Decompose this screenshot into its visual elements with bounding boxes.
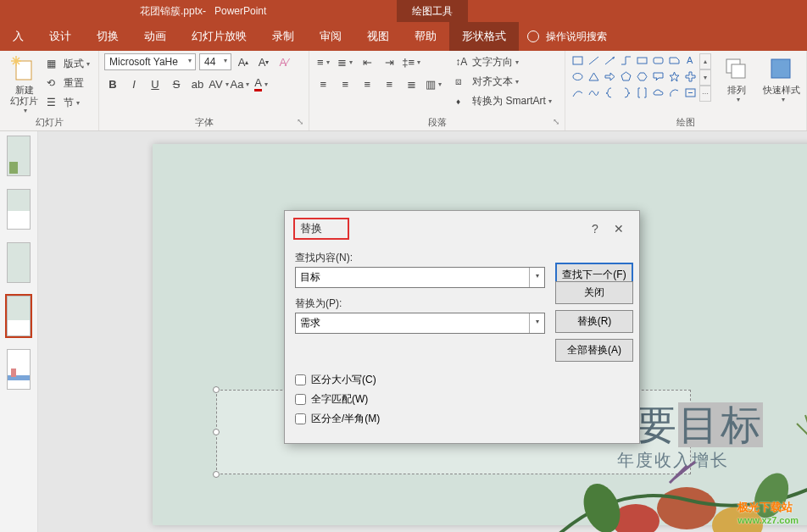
increase-font-icon[interactable]: A▴: [235, 53, 252, 70]
bullets-button[interactable]: ≡▾: [314, 53, 331, 70]
layout-icon: ▦: [47, 58, 60, 71]
increase-indent-button[interactable]: ⇥: [381, 53, 398, 70]
shape-cloud-icon[interactable]: [651, 86, 665, 100]
dialog-help-button[interactable]: ?: [583, 222, 607, 236]
tab-transitions[interactable]: 切换: [84, 22, 131, 51]
tab-design[interactable]: 设计: [36, 22, 84, 51]
align-text-button[interactable]: ⧇对齐文本▾: [452, 73, 555, 91]
shape-right-arrow-icon[interactable]: [603, 69, 617, 84]
font-dialog-launcher[interactable]: ⤡: [294, 116, 306, 128]
tab-help[interactable]: 帮助: [402, 22, 449, 51]
tab-view[interactable]: 视图: [354, 22, 402, 51]
group-font: Microsoft YaHe▾ 44▾ A▴ A▾ A⁄ B I U S ab …: [99, 51, 309, 130]
dialog-title-bar[interactable]: 替换 ? ✕: [285, 211, 639, 247]
align-left-button[interactable]: ≡: [314, 75, 331, 92]
slide-thumb-2[interactable]: [7, 189, 31, 230]
dialog-close-button[interactable]: ✕: [607, 222, 631, 236]
gallery-scroll[interactable]: ▴▾⋯: [699, 53, 711, 102]
chevron-down-icon[interactable]: ▾: [529, 268, 544, 287]
strikethrough-button[interactable]: S: [168, 75, 185, 92]
paragraph-dialog-launcher[interactable]: ⤡: [550, 116, 562, 128]
shape-connector-icon[interactable]: [619, 53, 633, 68]
svg-rect-4: [637, 58, 647, 64]
tab-review[interactable]: 审阅: [307, 22, 354, 51]
shape-star-icon[interactable]: [667, 69, 682, 84]
slide-thumb-4[interactable]: [7, 296, 31, 336]
file-name: 花团锦簇.pptx: [140, 4, 203, 19]
quick-styles-button[interactable]: 快速样式▾: [763, 53, 801, 104]
tab-insert[interactable]: 入: [0, 22, 36, 51]
shape-textbox-icon[interactable]: [570, 53, 585, 68]
layout-button[interactable]: ▦版式▾: [43, 55, 93, 73]
change-case-button[interactable]: Aa▾: [231, 75, 248, 92]
shape-rectangle-icon[interactable]: [635, 53, 649, 68]
replace-all-button[interactable]: 全部替换(A): [555, 339, 633, 362]
numbering-button[interactable]: ≣▾: [337, 53, 353, 70]
shape-curve-icon[interactable]: [570, 86, 585, 100]
font-name-combo[interactable]: Microsoft YaHe▾: [104, 53, 196, 70]
tab-shape-format[interactable]: 形状格式: [449, 22, 519, 51]
shapes-gallery[interactable]: A: [570, 53, 698, 102]
group-label-paragraph: 段落: [309, 116, 565, 129]
font-size-combo[interactable]: 44▾: [199, 53, 231, 70]
close-button[interactable]: 关闭: [555, 281, 633, 304]
columns-button[interactable]: ▥▾: [425, 75, 442, 92]
decrease-font-icon[interactable]: A▾: [255, 53, 272, 70]
tab-animations[interactable]: 动画: [131, 22, 179, 51]
match-width-checkbox[interactable]: 区分全/半角(M): [295, 412, 629, 426]
bold-button[interactable]: B: [104, 75, 121, 92]
font-color-button[interactable]: A▾: [253, 75, 270, 92]
shape-snip-rect-icon[interactable]: [667, 53, 682, 68]
new-slide-icon: [11, 56, 38, 83]
clear-formatting-icon[interactable]: A⁄: [275, 53, 292, 70]
arrange-icon: [723, 56, 750, 83]
shape-rounded-rect-icon[interactable]: [651, 53, 665, 68]
section-button[interactable]: ☰节▾: [43, 94, 93, 112]
shape-hexagon-icon[interactable]: [635, 69, 649, 84]
char-spacing-button[interactable]: AV▾: [210, 75, 227, 92]
align-center-button[interactable]: ≡: [337, 75, 353, 92]
underline-button[interactable]: U: [147, 75, 164, 92]
decrease-indent-button[interactable]: ⇤: [359, 53, 376, 70]
shape-triangle-icon[interactable]: [587, 69, 601, 84]
shape-plus-icon[interactable]: [683, 69, 698, 84]
shape-brace-right-icon[interactable]: [619, 86, 633, 100]
replace-button[interactable]: 替换(R): [555, 310, 633, 333]
shape-freeform-icon[interactable]: [587, 86, 601, 100]
line-spacing-button[interactable]: ‡≡▾: [403, 53, 420, 70]
convert-smartart-button[interactable]: ⬧转换为 SmartArt▾: [452, 92, 555, 110]
shape-action-icon[interactable]: [683, 86, 698, 100]
slide-thumb-1[interactable]: [7, 136, 31, 176]
shape-callout-icon[interactable]: [651, 69, 665, 84]
shape-pentagon-icon[interactable]: [619, 69, 633, 84]
shape-arc-icon[interactable]: [667, 86, 682, 100]
ribbon: 新建 幻灯片 ▾ ▦版式▾ ⟲重置 ☰节▾ 幻灯片 Microsoft YaHe…: [0, 51, 807, 131]
shape-bracket-icon[interactable]: [635, 86, 649, 100]
shape-text-icon[interactable]: A: [683, 53, 698, 68]
new-slide-button[interactable]: 新建 幻灯片 ▾: [5, 53, 43, 115]
italic-button[interactable]: I: [125, 75, 142, 92]
shape-oval-icon[interactable]: [570, 69, 585, 84]
tab-record[interactable]: 录制: [259, 22, 307, 51]
tab-slideshow[interactable]: 幻灯片放映: [179, 22, 259, 51]
slide-thumb-3[interactable]: [7, 242, 31, 283]
text-shadow-button[interactable]: ab: [189, 75, 206, 92]
reset-button[interactable]: ⟲重置: [43, 75, 93, 92]
justify-button[interactable]: ≡: [381, 75, 398, 92]
chevron-down-icon[interactable]: ▾: [529, 313, 544, 333]
text-direction-button[interactable]: ↕A文字方向▾: [452, 53, 555, 71]
align-right-button[interactable]: ≡: [359, 75, 376, 92]
tell-me-search[interactable]: 操作说明搜索: [527, 30, 607, 44]
distribute-button[interactable]: ≣: [403, 75, 420, 92]
find-input[interactable]: 目标▾: [295, 267, 545, 288]
shape-brace-left-icon[interactable]: [603, 86, 617, 100]
match-case-checkbox[interactable]: 区分大小写(C): [295, 373, 629, 387]
group-slides: 新建 幻灯片 ▾ ▦版式▾ ⟲重置 ☰节▾ 幻灯片: [0, 51, 99, 130]
whole-word-checkbox[interactable]: 全字匹配(W): [295, 392, 629, 407]
replace-input[interactable]: 需求▾: [295, 313, 545, 334]
arrange-button[interactable]: 排列▾: [718, 53, 756, 104]
slide-thumb-5[interactable]: [7, 349, 31, 390]
svg-rect-1: [573, 57, 582, 64]
shape-line-icon[interactable]: [587, 53, 601, 68]
shape-arrow-line-icon[interactable]: [603, 53, 617, 68]
